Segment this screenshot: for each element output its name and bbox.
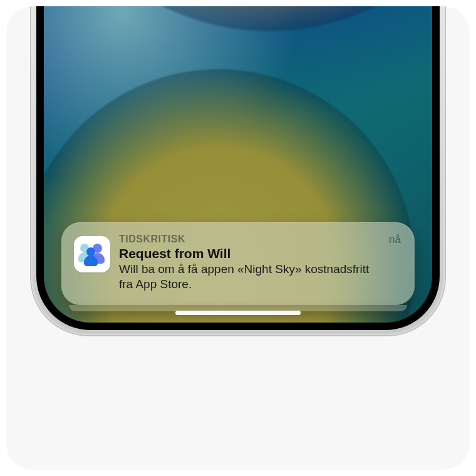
priority-label: TIDSKRITISK [119, 234, 383, 245]
notification-content: nå TIDSKRITISK Request from Will Will ba… [119, 234, 401, 292]
notification-message: Will ba om å få appen «Night Sky» kostna… [119, 262, 383, 292]
notification-time: nå [389, 234, 401, 246]
notification-title: Request from Will [119, 246, 383, 261]
lock-screen: nå TIDSKRITISK Request from Will Will ba… [44, 6, 432, 323]
family-sharing-icon [74, 236, 110, 272]
lock-screen-notification[interactable]: nå TIDSKRITISK Request from Will Will ba… [61, 222, 415, 305]
iphone-mockup: nå TIDSKRITISK Request from Will Will ba… [31, 6, 445, 335]
home-indicator[interactable] [175, 311, 301, 315]
